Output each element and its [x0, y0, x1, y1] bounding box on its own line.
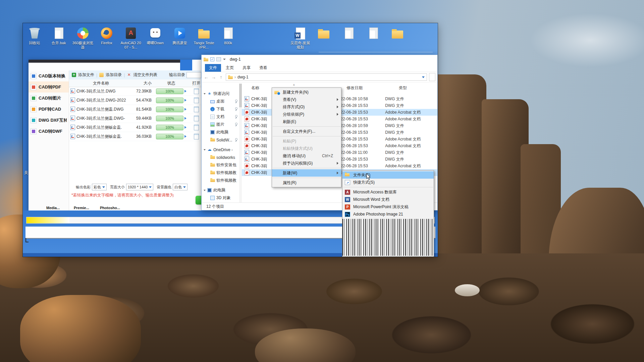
cad-sidebar-item[interactable]: CAD版本转换: [29, 70, 69, 81]
menu-item[interactable]: 文件夹(F): [342, 171, 434, 179]
open-file-icon[interactable]: [194, 116, 199, 121]
cad-titlebar-button[interactable]: [180, 60, 192, 70]
taskbar-window-label[interactable]: Photosho...: [100, 206, 120, 210]
column-header-type[interactable]: 类型: [399, 85, 407, 91]
quick-access-toolbar-icon[interactable]: [216, 57, 221, 61]
open-file-icon[interactable]: [194, 98, 199, 103]
table-row[interactable]: CHK-3前爪法兰侧钣金盖.41.92KB100%: [69, 123, 204, 132]
back-icon[interactable]: ←: [204, 74, 209, 80]
desktop-icon[interactable]: [363, 26, 384, 41]
nav-item[interactable]: 软件视频教: [202, 177, 239, 184]
nav-item[interactable]: 快速访问: [202, 90, 239, 98]
table-row[interactable]: CHK-3前爪法兰侧盖.DWG-59.44KB100%: [69, 114, 204, 123]
menu-item[interactable]: 查看(V): [272, 96, 341, 103]
up-icon[interactable]: ↑: [218, 74, 224, 80]
expander-icon[interactable]: [204, 93, 206, 95]
forward-icon[interactable]: →: [211, 74, 216, 80]
menu-item[interactable]: Adobe Photoshop Image 21: [342, 210, 434, 218]
menu-item[interactable]: 自定义文件夹(F)...: [272, 128, 341, 135]
table-row[interactable]: CHK-3前爪法兰.DWG-202254.47KB100%: [69, 96, 204, 105]
play-icon[interactable]: [184, 99, 186, 102]
desktop-icon[interactable]: 腾讯课堂: [169, 26, 191, 45]
desktop-icon[interactable]: [387, 26, 408, 41]
play-icon[interactable]: [184, 126, 186, 129]
tab-view[interactable]: 查看: [255, 64, 271, 72]
desktop-icon[interactable]: 吴思奇-发展规划: [289, 26, 311, 50]
desktop-icon[interactable]: Tangix TesterPR...: [193, 26, 215, 50]
add-file-button[interactable]: 添加文件: [78, 72, 94, 78]
nav-item[interactable]: 3D 对象: [202, 194, 239, 202]
open-file-icon[interactable]: [194, 88, 199, 94]
output-directory-input[interactable]: [186, 72, 201, 78]
play-icon[interactable]: [184, 135, 186, 138]
menu-item[interactable]: Microsoft Access 数据库: [342, 188, 434, 196]
play-icon[interactable]: [184, 117, 186, 120]
cad-sidebar-item[interactable]: CAD转PDF: [29, 81, 69, 93]
desktop-icon[interactable]: Firefox: [96, 26, 117, 45]
expander-icon[interactable]: [204, 149, 206, 150]
column-header-name[interactable]: 名称: [251, 85, 259, 91]
play-icon[interactable]: [184, 90, 186, 93]
nav-item[interactable]: 下载: [202, 105, 239, 113]
address-bar[interactable]: › dwg-1: [226, 73, 427, 81]
clear-list-button[interactable]: 清空文件列表: [133, 72, 157, 78]
tab-file[interactable]: 文件: [205, 64, 221, 72]
menu-item[interactable]: Microsoft PowerPoint 演示文稿: [342, 203, 434, 210]
menu-item[interactable]: 新建(W): [272, 169, 341, 177]
quick-access-toolbar-icon[interactable]: ✓: [210, 57, 214, 61]
cad-sidebar-item[interactable]: PDF转CAD: [29, 104, 69, 115]
nav-item[interactable]: solidworks: [202, 154, 239, 161]
desktop-icon[interactable]: [313, 26, 334, 41]
table-row[interactable]: CHK-3前爪法兰侧钣金盖.36.03KB100%: [69, 132, 204, 141]
desktop-icon[interactable]: 合并.bak: [48, 26, 69, 45]
menu-item[interactable]: 撤消 移动(U)Ctrl+Z: [272, 152, 341, 160]
play-icon[interactable]: [184, 108, 186, 111]
tab-share[interactable]: 共享: [238, 64, 255, 72]
table-row[interactable]: CHK-3前爪法兰侧盖.DWG81.54KB100%: [69, 105, 204, 114]
cad-sidebar-item[interactable]: CAD转图片: [29, 93, 69, 104]
background-color-select[interactable]: 白色: [173, 184, 187, 190]
nav-item[interactable]: SolidW...: [202, 136, 239, 144]
tab-home[interactable]: 主页: [222, 64, 238, 72]
nav-item[interactable]: 文档: [202, 113, 239, 121]
cad-sidebar-item[interactable]: CAD转DWF: [29, 126, 69, 137]
menu-item[interactable]: 快捷方式(S): [342, 179, 434, 186]
cad-sidebar-item[interactable]: DWG DXF互转: [29, 115, 69, 126]
nav-item[interactable]: OneDrive -: [202, 146, 239, 154]
expander-icon[interactable]: [204, 190, 206, 191]
add-directory-button[interactable]: 添加目录: [106, 72, 122, 78]
open-file-icon[interactable]: [194, 134, 199, 139]
menu-item[interactable]: 新建文件夹(N): [272, 88, 341, 96]
taskbar-window-label[interactable]: Media...: [46, 206, 60, 210]
nav-item[interactable]: 图片: [202, 121, 239, 128]
column-header-status[interactable]: 状态: [154, 80, 189, 86]
menu-item[interactable]: 属性(R): [272, 179, 341, 186]
nav-item[interactable]: 此电脑: [202, 128, 239, 136]
desktop-icon[interactable]: 唧唧Down: [145, 26, 166, 45]
desktop-icon[interactable]: 800k: [217, 26, 239, 45]
output-color-select[interactable]: 彩色: [92, 184, 107, 190]
column-header-filename[interactable]: 文件名称: [69, 80, 133, 86]
nav-item[interactable]: 软件安装包: [202, 161, 239, 169]
table-row[interactable]: CHK-3前爪法兰.DWG72.39KB100%: [69, 87, 204, 96]
menu-item[interactable]: 排序方式(O): [272, 103, 341, 111]
nav-item[interactable]: 此电脑: [202, 186, 239, 194]
taskbar-window-label[interactable]: Premie...: [74, 206, 89, 210]
column-header-size[interactable]: 大小: [133, 80, 154, 86]
breadcrumb[interactable]: dwg-1: [237, 75, 249, 79]
chevron-down-icon[interactable]: [223, 59, 226, 60]
scrollbar-thumb[interactable]: [239, 84, 242, 107]
menu-item[interactable]: 分组依据(P): [272, 111, 341, 118]
scrollbar[interactable]: [239, 83, 242, 203]
desktop-icon[interactable]: 回收站: [24, 26, 45, 45]
search-input[interactable]: [429, 73, 435, 81]
nav-item[interactable]: 桌面: [202, 98, 239, 105]
menu-item[interactable]: 刷新(E): [272, 118, 341, 125]
open-file-icon[interactable]: [194, 125, 199, 130]
menu-item[interactable]: 授予访问权限(G): [272, 160, 341, 167]
menu-item[interactable]: Microsoft Word 文档: [342, 196, 434, 203]
page-size-select[interactable]: 1920 * 1440: [126, 184, 153, 190]
desktop-icon[interactable]: [338, 26, 360, 41]
open-file-icon[interactable]: [194, 107, 199, 112]
column-header-date[interactable]: 修改日期: [346, 85, 363, 91]
